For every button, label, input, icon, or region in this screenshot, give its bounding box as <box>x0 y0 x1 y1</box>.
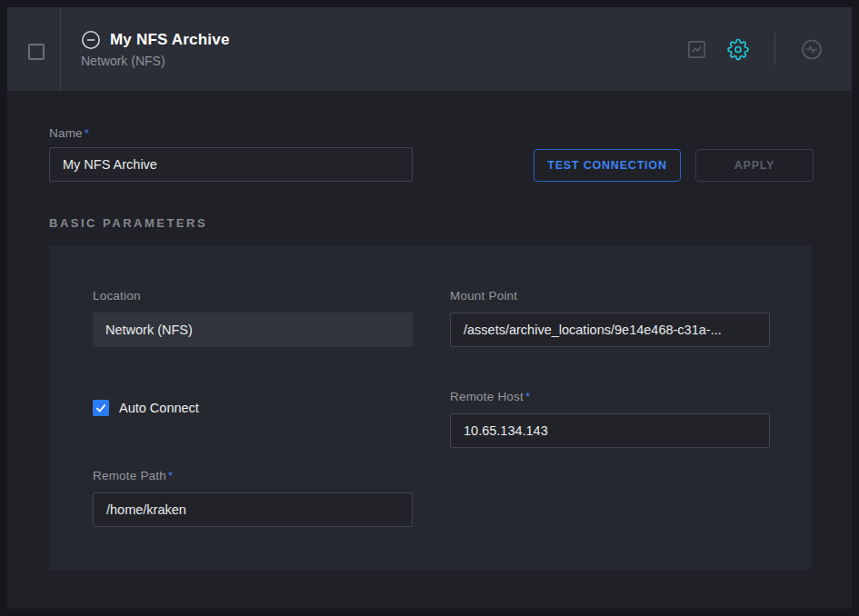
apply-button[interactable]: APPLY <box>695 149 814 182</box>
card-body: Name* TEST CONNECTION APPLY BASIC PARAME… <box>7 91 852 609</box>
mount-point-label: Mount Point <box>450 289 517 303</box>
basic-parameters-section-title: BASIC PARAMETERS <box>49 216 207 230</box>
header-divider-right <box>774 33 775 65</box>
settings-gear-icon[interactable] <box>727 38 749 60</box>
required-marker: * <box>525 390 530 403</box>
select-checkbox[interactable] <box>28 44 45 60</box>
remote-path-input[interactable] <box>93 492 413 527</box>
mount-point-input[interactable] <box>450 313 770 347</box>
collapse-minus-circle-icon[interactable] <box>81 30 101 50</box>
header-actions <box>685 33 823 65</box>
activity-pulse-icon[interactable] <box>801 38 823 60</box>
location-label: Location <box>93 289 141 303</box>
remote-host-label: Remote Host* <box>450 390 530 403</box>
metrics-chart-icon[interactable] <box>685 38 707 60</box>
location-input[interactable] <box>93 313 413 347</box>
auto-connect-checkbox-row[interactable]: Auto Connect <box>93 400 199 416</box>
remote-host-input[interactable] <box>450 413 770 448</box>
name-label: Name* <box>49 126 89 140</box>
required-marker: * <box>85 126 89 140</box>
name-input[interactable] <box>49 147 413 182</box>
basic-parameters-panel: Location Mount Point Auto Connect <box>49 245 812 570</box>
card-subtitle: Network (NFS) <box>81 54 230 68</box>
archive-settings-card: My NFS Archive Network (NFS) <box>7 7 852 609</box>
card-header: My NFS Archive Network (NFS) <box>7 7 852 91</box>
remote-path-label: Remote Path* <box>93 469 173 482</box>
auto-connect-label: Auto Connect <box>119 401 199 415</box>
title-block: My NFS Archive Network (NFS) <box>81 30 230 68</box>
auto-connect-checkbox[interactable] <box>93 400 109 416</box>
required-marker: * <box>168 469 173 482</box>
header-divider-left <box>60 7 61 91</box>
test-connection-button[interactable]: TEST CONNECTION <box>534 149 681 182</box>
card-title: My NFS Archive <box>110 31 230 49</box>
